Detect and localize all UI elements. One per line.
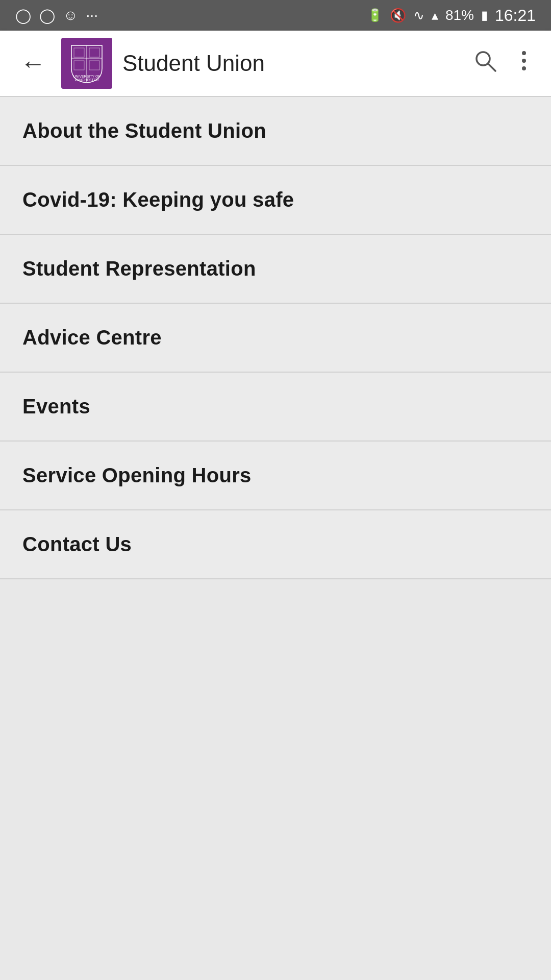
shield-icon: UNIVERSITY OF WINCHESTER	[69, 43, 105, 84]
menu-item-contact[interactable]: Contact Us	[0, 510, 551, 579]
svg-text:WINCHESTER: WINCHESTER	[74, 78, 98, 82]
wifi-icon: ∿	[413, 8, 424, 23]
menu-list: About the Student Union Covid-19: Keepin…	[0, 97, 551, 579]
menu-item-opening-hours[interactable]: Service Opening Hours	[0, 442, 551, 510]
status-time: 16:21	[495, 6, 536, 25]
more-options-button[interactable]	[512, 49, 536, 78]
signal-icon: ▴	[432, 8, 438, 23]
search-icon	[473, 49, 497, 72]
menu-item-representation[interactable]: Student Representation	[0, 235, 551, 304]
empty-area	[0, 579, 551, 980]
mute-icon: 🔇	[390, 8, 406, 23]
battery-indicator: ▮	[481, 8, 488, 22]
menu-item-label: Covid-19: Keeping you safe	[22, 188, 294, 211]
notification-icon: ◯	[15, 7, 31, 24]
battery-icon: 🔋	[367, 8, 383, 22]
status-bar-left: ◯ ◯ ☺ ···	[15, 7, 98, 24]
menu-item-covid[interactable]: Covid-19: Keeping you safe	[0, 166, 551, 235]
chat-icon: ◯	[39, 7, 55, 24]
menu-item-label: Service Opening Hours	[22, 464, 252, 487]
menu-item-label: Student Representation	[22, 257, 256, 280]
svg-point-11	[522, 59, 526, 63]
emoji-icon: ☺	[63, 7, 78, 23]
menu-item-events[interactable]: Events	[0, 373, 551, 442]
more-dots-icon: ···	[86, 7, 98, 23]
app-bar: ← UNIVERSITY OF WINCHESTER Student Union	[0, 31, 551, 97]
back-button[interactable]: ←	[15, 48, 51, 78]
menu-item-label: Advice Centre	[22, 326, 162, 349]
svg-point-12	[522, 66, 526, 70]
menu-item-label: Events	[22, 395, 90, 418]
logo-container: UNIVERSITY OF WINCHESTER Student Union	[61, 38, 463, 89]
back-arrow-icon: ←	[20, 48, 46, 78]
menu-item-advice[interactable]: Advice Centre	[0, 304, 551, 373]
app-title: Student Union	[122, 51, 265, 76]
app-bar-actions	[473, 49, 536, 78]
battery-percentage: 81%	[445, 7, 474, 23]
status-bar-right: 🔋 🔇 ∿ ▴ 81% ▮ 16:21	[367, 6, 536, 25]
svg-point-10	[522, 51, 526, 55]
svg-line-9	[488, 64, 495, 71]
status-bar: ◯ ◯ ☺ ··· 🔋 🔇 ∿ ▴ 81% ▮ 16:21	[0, 0, 551, 31]
app-logo: UNIVERSITY OF WINCHESTER	[61, 38, 112, 89]
menu-item-label: Contact Us	[22, 533, 132, 556]
menu-item-about[interactable]: About the Student Union	[0, 97, 551, 166]
svg-text:UNIVERSITY OF: UNIVERSITY OF	[73, 75, 101, 78]
menu-item-label: About the Student Union	[22, 119, 266, 142]
more-options-icon	[512, 49, 536, 72]
search-button[interactable]	[473, 49, 497, 78]
